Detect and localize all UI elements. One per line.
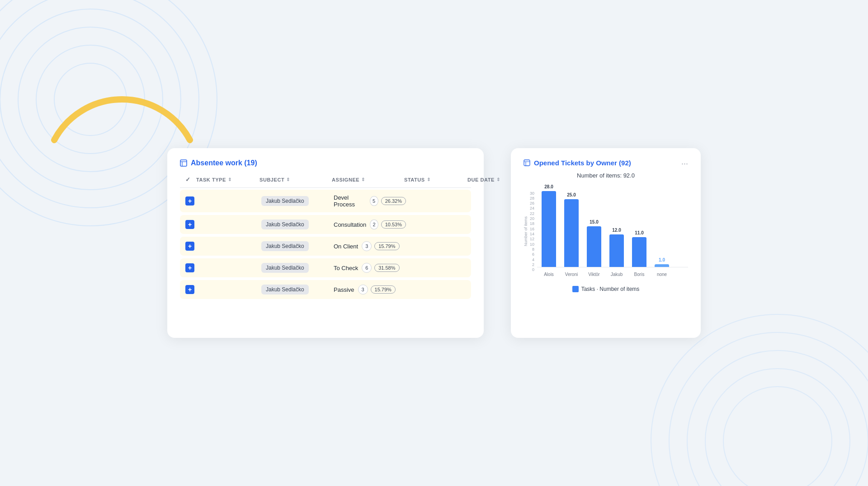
expand-col: +: [182, 196, 198, 206]
y-axis-label: Number of items: [524, 216, 528, 246]
expand-button[interactable]: +: [185, 263, 194, 272]
bar-label: Veroni: [564, 272, 579, 277]
assignee-cell: Jakub Sedlačko: [261, 285, 334, 294]
bar-label: Viktör: [587, 272, 601, 277]
percent-badge: 10.53%: [381, 220, 406, 229]
chart-subtitle: Number of items: 92.0: [524, 172, 688, 179]
assignee-cell: Jakub Sedlačko: [261, 263, 334, 273]
opened-tickets-card: Opened Tickets by Owner (92) ··· Number …: [511, 148, 701, 338]
subject-text: Consultation: [334, 221, 366, 228]
expand-col: +: [182, 285, 198, 294]
sort-icon: ⇕: [361, 177, 365, 182]
bar-label: Boris: [632, 272, 646, 277]
assignee-badge: Jakub Sedlačko: [261, 285, 309, 294]
assignee-badge: Jakub Sedlačko: [261, 196, 309, 206]
subject-text: Devel Process: [334, 194, 366, 208]
subject-text: On Client: [334, 243, 358, 250]
count-badge: 3: [362, 241, 372, 251]
bar-rect: [587, 226, 601, 267]
bar-value: 11.0: [635, 230, 643, 235]
expand-col: +: [182, 220, 198, 229]
subject-header[interactable]: SUBJECT ⇕: [259, 176, 332, 183]
percent-badge: 15.79%: [371, 285, 396, 294]
subject-cell: Consultation 2 10.53%: [334, 220, 406, 229]
subject-text: Passive: [334, 286, 354, 293]
bar-value: 15.0: [590, 220, 598, 224]
table-row: + Jakub Sedlačko To Check 6 31.58%: [180, 258, 471, 277]
subject-cell: Devel Process 5 26.32%: [334, 194, 406, 208]
expand-col: +: [182, 263, 198, 272]
table-row: + Jakub Sedlačko On Client 3 15.79%: [180, 237, 471, 256]
bar-value: 12.0: [612, 228, 621, 233]
chart-legend: Tasks · Number of items: [524, 286, 688, 292]
main-content: Absentee work (19) ✓ TASK TYPE ⇕ SUBJECT…: [0, 0, 868, 486]
count-badge: 2: [370, 220, 378, 229]
chart-header: Opened Tickets by Owner (92) ···: [524, 159, 688, 168]
chart-icon: [524, 159, 530, 166]
assignee-header[interactable]: ASSIGNEE ⇕: [332, 176, 404, 183]
assignee-badge: Jakub Sedlačko: [261, 241, 309, 251]
bars-area: 28.025.015.012.011.01.0: [537, 186, 688, 267]
subject-cell: To Check 6 31.58%: [334, 263, 406, 273]
table-rows-container: + Jakub Sedlačko Devel Process 5 26.32% …: [180, 190, 471, 299]
chart-bars-container: 28.025.015.012.011.01.0 AloisVeroniViktö…: [537, 186, 688, 277]
expand-button[interactable]: +: [185, 196, 194, 206]
more-options-button[interactable]: ···: [681, 159, 688, 168]
check-col-header: ✓: [180, 176, 196, 183]
check-icon: ✓: [185, 176, 191, 183]
percent-badge: 15.79%: [374, 242, 399, 250]
expand-button[interactable]: +: [185, 285, 194, 294]
task-type-header[interactable]: TASK TYPE ⇕: [196, 176, 259, 183]
status-header[interactable]: STATUS ⇕: [404, 176, 467, 183]
bar-label: Jakub: [609, 272, 624, 277]
chart-title: Opened Tickets by Owner (92): [524, 159, 631, 167]
bar-rect: [542, 191, 556, 267]
bar-group: 1.0: [655, 257, 669, 267]
expand-button[interactable]: +: [185, 242, 194, 251]
bar-group: 28.0: [542, 184, 556, 267]
bar-chart: Number of items 30 28 26 24 22 20 18 16 …: [524, 186, 688, 277]
bar-group: 25.0: [564, 192, 579, 267]
bar-rect: [632, 237, 646, 267]
sort-icon: ⇕: [427, 177, 431, 182]
count-badge: 3: [358, 285, 368, 294]
bar-label: Alois: [542, 272, 556, 277]
bar-rect: [609, 234, 624, 267]
table-row: + Jakub Sedlačko Passive 3 15.79%: [180, 280, 471, 299]
bar-group: 15.0: [587, 220, 601, 267]
assignee-cell: Jakub Sedlačko: [261, 241, 334, 251]
subject-text: To Check: [334, 265, 358, 271]
subject-cell: On Client 3 15.79%: [334, 241, 406, 251]
count-badge: 6: [362, 263, 372, 273]
table-icon: [180, 159, 187, 167]
bar-value: 28.0: [544, 184, 553, 189]
sort-icon: ⇕: [286, 177, 290, 182]
svg-rect-14: [524, 160, 530, 166]
assignee-cell: Jakub Sedlačko: [261, 220, 334, 229]
expand-button[interactable]: +: [185, 220, 194, 229]
sort-icon: ⇕: [496, 177, 500, 182]
svg-rect-11: [180, 160, 187, 166]
table-row: + Jakub Sedlačko Consultation 2 10.53%: [180, 215, 471, 234]
absentee-work-card: Absentee work (19) ✓ TASK TYPE ⇕ SUBJECT…: [167, 148, 484, 338]
legend-label: Tasks · Number of items: [581, 286, 640, 292]
y-axis: 30 28 26 24 22 20 18 16 14 12 10 8 6 4 2…: [530, 191, 537, 272]
legend-color-box: [572, 286, 579, 292]
bar-value: 25.0: [567, 192, 576, 197]
assignee-cell: Jakub Sedlačko: [261, 196, 334, 206]
table-header: ✓ TASK TYPE ⇕ SUBJECT ⇕ ASSIGNEE ⇕ STATU…: [180, 176, 471, 188]
bar-rect: [564, 199, 579, 267]
table-row: + Jakub Sedlačko Devel Process 5 26.32%: [180, 190, 471, 212]
x-labels: AloisVeroniViktörJakubBorisnone: [537, 269, 688, 277]
sort-icon: ⇕: [228, 177, 232, 182]
expand-col: +: [182, 242, 198, 251]
percent-badge: 26.32%: [381, 197, 406, 205]
count-badge: 5: [370, 196, 378, 206]
bar-value: 1.0: [659, 257, 665, 262]
bar-rect: [655, 264, 669, 267]
bar-group: 12.0: [609, 228, 624, 267]
assignee-badge: Jakub Sedlačko: [261, 220, 309, 229]
subject-cell: Passive 3 15.79%: [334, 285, 406, 294]
bar-label: none: [655, 272, 669, 277]
bar-group: 11.0: [632, 230, 646, 267]
